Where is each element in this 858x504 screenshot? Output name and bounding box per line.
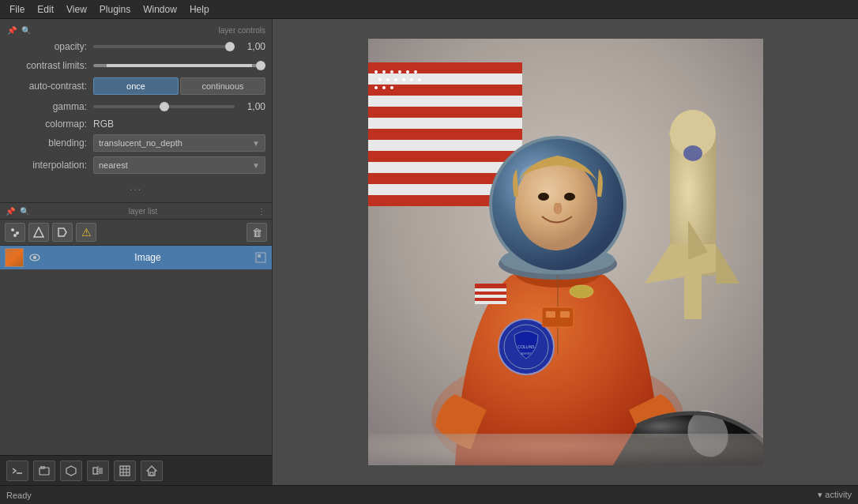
svg-point-49	[382, 86, 386, 89]
layer-item-image[interactable]: Image	[0, 246, 272, 269]
home-btn[interactable]	[141, 461, 163, 481]
svg-point-41	[414, 70, 417, 73]
search-icon[interactable]: 🔍	[21, 24, 32, 36]
continuous-button[interactable]: continuous	[180, 77, 265, 95]
svg-marker-3	[34, 228, 43, 237]
svg-rect-24	[368, 73, 522, 85]
more-options[interactable]: ...	[6, 179, 265, 196]
svg-rect-70	[475, 295, 506, 298]
layer-list-title: layer list	[129, 207, 158, 216]
pin-icon[interactable]: 📌	[6, 24, 17, 36]
layer-list-menu-icon[interactable]: ⋮	[256, 205, 267, 216]
layer-visibility-toggle[interactable]	[28, 251, 41, 264]
blending-dropdown[interactable]: translucent_no_depth ▼	[93, 134, 265, 152]
shapes-tool-btn[interactable]	[28, 223, 49, 242]
layer-list-pin-icon[interactable]: 📌	[5, 205, 16, 216]
svg-point-47	[418, 78, 421, 81]
svg-rect-29	[368, 129, 522, 140]
svg-rect-71	[475, 298, 506, 301]
svg-point-82	[570, 285, 593, 298]
interpolation-value: nearest	[99, 160, 128, 170]
opacity-slider[interactable]	[93, 39, 235, 54]
colormap-row: colormap: RGB	[6, 118, 265, 130]
screenshot-btn[interactable]	[33, 461, 55, 481]
svg-rect-28	[368, 118, 522, 129]
contrast-slider[interactable]	[93, 58, 265, 73]
labels-tool-btn[interactable]	[52, 223, 73, 242]
gamma-row: gamma: 1,00	[6, 100, 265, 114]
console-btn[interactable]	[6, 461, 28, 481]
grid-btn[interactable]	[114, 461, 136, 481]
svg-point-36	[374, 70, 378, 73]
interpolation-dropdown[interactable]: nearest ▼	[93, 156, 265, 174]
svg-point-42	[378, 78, 382, 81]
colormap-value: RGB	[93, 118, 265, 130]
svg-rect-69	[475, 291, 506, 295]
blending-label: blending:	[6, 137, 93, 149]
canvas-area[interactable]: COLLINS ASHBY	[273, 19, 858, 485]
svg-point-64	[538, 193, 549, 201]
opacity-label: opacity:	[6, 41, 93, 52]
astronaut-image: COLLINS ASHBY	[368, 39, 763, 465]
svg-text:COLLINS: COLLINS	[517, 344, 535, 349]
layer-name: Image	[46, 252, 250, 263]
status-text: Ready	[6, 491, 32, 500]
layer-list: 📌 🔍 layer list ⋮ ⚠ 🗑	[0, 203, 272, 455]
gamma-value: 1,00	[238, 101, 265, 112]
svg-point-5	[33, 256, 36, 259]
bottom-toolbar	[0, 455, 272, 485]
svg-point-48	[374, 86, 378, 89]
layer-tools: ⚠ 🗑	[0, 220, 272, 246]
svg-rect-81	[560, 311, 570, 318]
flip-btn[interactable]	[87, 461, 109, 481]
gamma-label: gamma:	[6, 101, 93, 112]
svg-rect-11	[93, 468, 97, 474]
svg-point-38	[390, 70, 393, 73]
interpolation-row: interpolation: nearest ▼	[6, 156, 265, 174]
layer-type-icon	[254, 251, 267, 264]
3d-btn[interactable]	[60, 461, 82, 481]
svg-rect-12	[99, 468, 103, 474]
menu-view[interactable]: View	[60, 2, 93, 17]
svg-point-45	[402, 78, 405, 81]
svg-rect-55	[684, 272, 702, 319]
layer-controls: 📌 🔍 layer controls opacity: 1,00 contras…	[0, 19, 272, 203]
menu-window[interactable]: Window	[137, 2, 183, 17]
menubar: File Edit View Plugins Window Help	[0, 0, 858, 19]
svg-rect-27	[368, 107, 522, 118]
blending-value: translucent_no_depth	[99, 138, 183, 148]
blending-row: blending: translucent_no_depth ▼	[6, 134, 265, 152]
gamma-slider[interactable]	[93, 100, 235, 114]
auto-contrast-row: auto-contrast: once continuous	[6, 77, 265, 95]
activity-text[interactable]: ▾ activity	[818, 490, 852, 500]
layer-list-header: 📌 🔍 layer list ⋮	[0, 203, 272, 220]
svg-point-0	[11, 228, 14, 231]
delete-layer-btn[interactable]: 🗑	[246, 223, 267, 242]
menu-help[interactable]: Help	[183, 2, 216, 17]
svg-point-65	[564, 193, 575, 201]
interpolation-dropdown-arrow: ▼	[252, 161, 260, 170]
warning-btn[interactable]: ⚠	[76, 223, 96, 242]
menu-file[interactable]: File	[3, 2, 31, 17]
colormap-label: colormap:	[6, 118, 93, 130]
points-tool-btn[interactable]	[5, 223, 25, 242]
svg-rect-67	[475, 284, 506, 288]
menu-plugins[interactable]: Plugins	[93, 2, 137, 17]
left-panel: 📌 🔍 layer controls opacity: 1,00 contras…	[0, 19, 273, 485]
svg-rect-68	[475, 288, 506, 291]
contrast-label: contrast limits:	[6, 60, 93, 71]
svg-point-39	[398, 70, 401, 73]
svg-point-46	[410, 78, 413, 81]
svg-rect-31	[368, 151, 522, 162]
svg-rect-25	[368, 85, 522, 96]
svg-point-40	[406, 70, 409, 73]
opacity-row: opacity: 1,00	[6, 39, 265, 54]
svg-rect-80	[546, 311, 555, 318]
svg-rect-7	[258, 254, 261, 258]
contrast-row: contrast limits:	[6, 58, 265, 73]
layer-list-search-icon[interactable]: 🔍	[19, 205, 30, 216]
main-content: 📌 🔍 layer controls opacity: 1,00 contras…	[0, 19, 858, 485]
svg-point-50	[390, 86, 393, 89]
menu-edit[interactable]: Edit	[31, 2, 60, 17]
once-button[interactable]: once	[93, 77, 179, 95]
